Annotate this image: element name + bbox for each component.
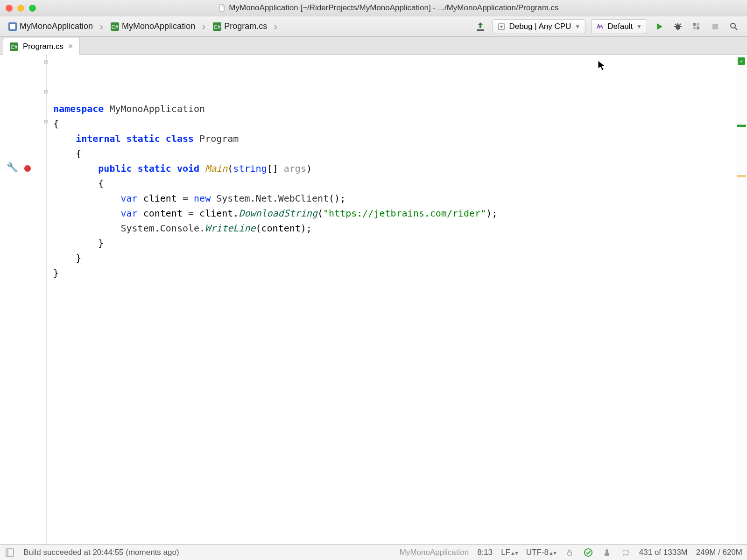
run-button[interactable] xyxy=(651,18,668,35)
inspection-status[interactable] xyxy=(583,547,593,558)
svg-rect-7 xyxy=(477,29,484,31)
editor-tabs: C# Program.cs × xyxy=(0,37,747,55)
minimize-window-button[interactable] xyxy=(17,5,24,12)
dotnet-icon xyxy=(596,23,604,30)
svg-rect-2 xyxy=(10,24,15,29)
svg-line-14 xyxy=(675,24,676,25)
lock-icon xyxy=(566,549,573,556)
breadcrumbs: MyMonoApplication C# MyMonoApplication C… xyxy=(5,18,470,35)
window-controls xyxy=(6,5,36,12)
svg-point-21 xyxy=(731,23,735,28)
breakpoint-marker[interactable] xyxy=(24,165,31,172)
readonly-toggle[interactable] xyxy=(564,547,575,558)
solution-icon xyxy=(8,22,17,31)
status-bar: Build succeeded at 20:44:55 (moments ago… xyxy=(0,544,747,560)
build-button[interactable] xyxy=(472,18,489,35)
svg-point-9 xyxy=(500,26,502,28)
project-icon: C# xyxy=(111,22,119,31)
status-cursor-position[interactable]: 8:13 xyxy=(477,548,493,557)
svg-point-10 xyxy=(676,24,680,30)
tab-close-button[interactable]: × xyxy=(68,42,73,51)
mouse-cursor xyxy=(598,60,606,71)
breadcrumb-file[interactable]: C# Program.cs xyxy=(209,18,281,35)
breadcrumb-solution[interactable]: MyMonoApplication xyxy=(5,18,107,35)
tab-label: Program.cs xyxy=(23,42,63,51)
window-title: MyMonoApplication [~/RiderProjects/MyMon… xyxy=(36,3,741,13)
stop-button[interactable] xyxy=(707,18,724,35)
notifications-icon[interactable] xyxy=(620,547,631,558)
breadcrumb-project[interactable]: C# MyMonoApplication xyxy=(107,18,209,35)
svg-line-22 xyxy=(735,28,737,30)
build-status: Build succeeded at 20:44:55 (moments ago… xyxy=(23,548,179,557)
status-entities[interactable]: 431 of 1333M xyxy=(639,548,688,557)
status-line-ending[interactable]: LF▲▼ xyxy=(501,548,518,557)
debug-button[interactable] xyxy=(669,18,686,35)
svg-rect-16 xyxy=(693,23,696,26)
code-area[interactable]: namespace MyMonoApplication{ internal st… xyxy=(47,55,747,544)
svg-text:C#: C# xyxy=(214,24,221,29)
search-icon xyxy=(729,22,739,31)
close-window-button[interactable] xyxy=(6,5,13,12)
svg-rect-26 xyxy=(6,549,8,556)
chevron-down-icon: ▼ xyxy=(575,23,580,30)
svg-rect-27 xyxy=(568,552,571,555)
svg-point-28 xyxy=(585,549,592,556)
window-titlebar: MyMonoApplication [~/RiderProjects/MyMon… xyxy=(0,0,747,16)
stop-icon xyxy=(711,22,719,31)
svg-rect-19 xyxy=(697,27,699,29)
code-editor[interactable]: 🔧 ⊟ ⊟ ⊟ namespace MyMonoApplication{ int… xyxy=(0,55,747,544)
config-icon xyxy=(498,23,505,30)
bug-icon xyxy=(673,22,683,31)
search-button[interactable] xyxy=(726,18,742,35)
marker-change[interactable] xyxy=(737,125,746,127)
csharp-file-icon: C# xyxy=(213,22,221,31)
intention-bulb-icon[interactable]: 🔧 xyxy=(7,161,18,173)
status-project[interactable]: MyMonoApplication xyxy=(400,548,469,557)
hector-icon[interactable] xyxy=(602,547,612,558)
chevron-down-icon: ▼ xyxy=(636,23,642,30)
zoom-window-button[interactable] xyxy=(29,5,36,12)
coverage-button[interactable] xyxy=(688,18,705,35)
run-target-dropdown[interactable]: Default ▼ xyxy=(591,19,647,34)
svg-rect-20 xyxy=(712,24,718,29)
build-icon xyxy=(475,21,486,32)
main-toolbar: MyMonoApplication C# MyMonoApplication C… xyxy=(0,16,747,37)
svg-line-15 xyxy=(680,24,681,25)
editor-gutter[interactable]: 🔧 ⊟ ⊟ ⊟ xyxy=(0,55,47,544)
coverage-icon xyxy=(692,22,701,31)
svg-rect-17 xyxy=(697,23,699,26)
csharp-file-icon: C# xyxy=(10,42,18,51)
play-icon xyxy=(655,22,664,31)
tool-window-toggle[interactable] xyxy=(5,547,15,558)
svg-text:C#: C# xyxy=(112,24,119,29)
svg-rect-0 xyxy=(219,5,224,11)
error-stripe[interactable]: ✓ xyxy=(736,55,747,544)
file-icon xyxy=(218,4,226,12)
analysis-ok-indicator[interactable]: ✓ xyxy=(738,57,745,65)
status-memory[interactable]: 249M / 620M xyxy=(696,548,742,557)
marker-warning[interactable] xyxy=(737,175,746,177)
svg-point-29 xyxy=(606,549,608,552)
tab-program-cs[interactable]: C# Program.cs × xyxy=(3,38,80,55)
svg-rect-18 xyxy=(693,27,696,29)
svg-text:C#: C# xyxy=(11,44,18,49)
configuration-dropdown[interactable]: Debug | Any CPU ▼ xyxy=(493,19,585,34)
status-encoding[interactable]: UTF-8▲▼ xyxy=(526,548,556,557)
